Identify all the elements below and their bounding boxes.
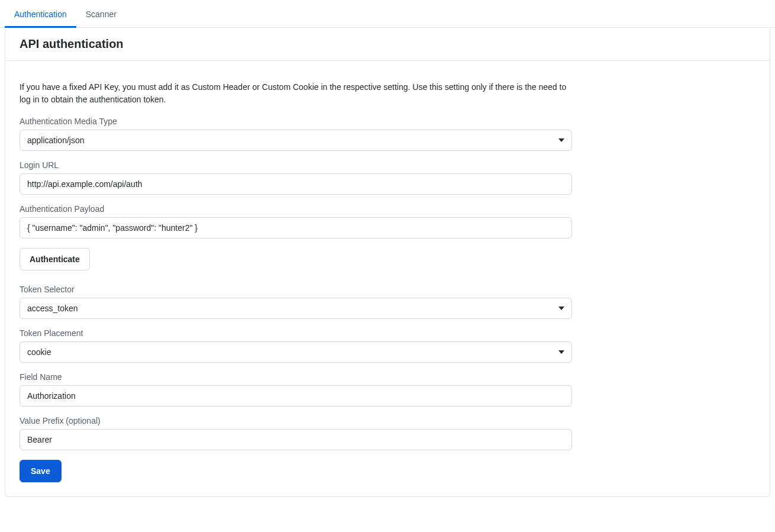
input-auth-payload[interactable] [20, 217, 572, 238]
card-header: API authentication [5, 28, 770, 61]
label-auth-payload: Authentication Payload [20, 204, 572, 214]
select-value-auth-media-type: application/json [20, 130, 571, 150]
page-title: API authentication [20, 37, 755, 51]
input-field-name[interactable] [20, 385, 572, 407]
label-token-placement: Token Placement [20, 328, 572, 338]
tab-scanner[interactable]: Scanner [76, 0, 126, 27]
save-row: Save [20, 460, 755, 482]
form-group-login-url: Login URL [20, 160, 572, 195]
label-field-name: Field Name [20, 372, 572, 382]
label-value-prefix: Value Prefix (optional) [20, 416, 572, 425]
form-group-token-selector: Token Selector access_token [20, 285, 572, 319]
input-login-url[interactable] [20, 173, 572, 195]
tab-scanner-label: Scanner [86, 9, 117, 19]
authenticate-button[interactable]: Authenticate [20, 248, 90, 270]
label-auth-media-type: Authentication Media Type [20, 117, 572, 126]
form-group-value-prefix: Value Prefix (optional) [20, 416, 572, 450]
intro-text: If you have a fixed API Key, you must ad… [20, 81, 576, 106]
form-group-field-name: Field Name [20, 372, 572, 407]
tab-authentication-label: Authentication [14, 9, 67, 19]
input-value-prefix[interactable] [20, 429, 572, 450]
form-group-auth-media-type: Authentication Media Type application/js… [20, 117, 572, 151]
form-group-auth-payload: Authentication Payload [20, 204, 572, 238]
label-login-url: Login URL [20, 160, 572, 170]
form-group-token-placement: Token Placement cookie [20, 328, 572, 363]
settings-card: API authentication If you have a fixed A… [5, 28, 770, 497]
tab-authentication[interactable]: Authentication [5, 0, 76, 27]
save-button[interactable]: Save [20, 460, 62, 482]
select-auth-media-type[interactable]: application/json [20, 130, 572, 151]
select-value-token-placement: cookie [20, 342, 571, 362]
select-value-token-selector: access_token [20, 298, 571, 318]
select-token-selector[interactable]: access_token [20, 298, 572, 319]
select-token-placement[interactable]: cookie [20, 341, 572, 363]
card-body: If you have a fixed API Key, you must ad… [5, 61, 770, 496]
authenticate-row: Authenticate [20, 248, 755, 270]
tabs-bar: Authentication Scanner [0, 0, 775, 28]
label-token-selector: Token Selector [20, 285, 572, 294]
